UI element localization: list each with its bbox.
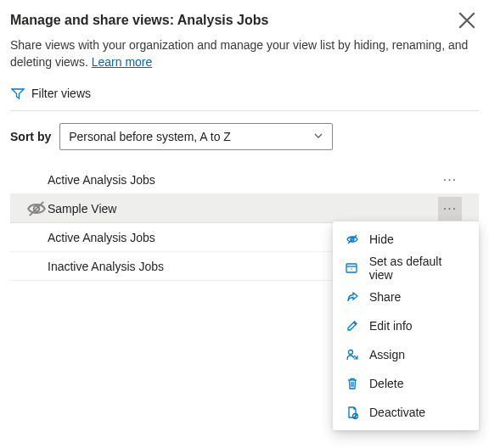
- menu-item-deactivate[interactable]: Deactivate: [333, 398, 479, 427]
- menu-item-delete[interactable]: Delete: [333, 369, 479, 398]
- delete-icon: [345, 377, 359, 391]
- dialog-title: Manage and share views: Analysis Jobs: [10, 13, 268, 28]
- menu-item-label: Share: [369, 290, 401, 304]
- hidden-icon: [25, 198, 48, 220]
- description-text: Share views with your organization and m…: [10, 38, 468, 69]
- sort-by-select[interactable]: Personal before system, A to Z: [59, 123, 333, 150]
- learn-more-link[interactable]: Learn more: [92, 55, 153, 69]
- deactivate-icon: [345, 406, 359, 420]
- view-name: Sample View: [48, 202, 433, 216]
- view-name: Active Analysis Jobs: [48, 173, 433, 187]
- menu-item-share[interactable]: Share: [333, 283, 479, 311]
- menu-item-label: Edit info: [369, 319, 413, 333]
- menu-item-label: Set as default view: [369, 255, 467, 282]
- view-row[interactable]: Active Analysis Jobs ···: [10, 165, 479, 194]
- menu-item-label: Deactivate: [369, 406, 425, 419]
- share-icon: [345, 290, 359, 305]
- menu-item-assign[interactable]: Assign: [333, 340, 479, 369]
- svg-point-5: [348, 350, 352, 355]
- context-menu: Hide Set as default view Share Edit info…: [333, 221, 479, 430]
- sort-selected-value: Personal before system, A to Z: [69, 130, 231, 143]
- filter-label: Filter views: [31, 87, 91, 100]
- sort-by-label: Sort by: [10, 130, 51, 143]
- edit-icon: [345, 319, 359, 333]
- chevron-down-icon: [313, 130, 323, 143]
- assign-icon: [345, 348, 359, 362]
- menu-item-label: Hide: [369, 232, 394, 246]
- dialog-description: Share views with your organization and m…: [10, 37, 479, 70]
- menu-item-label: Assign: [369, 348, 405, 361]
- hide-icon: [345, 232, 359, 247]
- menu-item-edit[interactable]: Edit info: [333, 311, 479, 340]
- menu-item-label: Delete: [369, 377, 403, 390]
- default-icon: [345, 261, 359, 276]
- filter-views-button[interactable]: Filter views: [10, 86, 479, 111]
- filter-icon: [10, 86, 25, 100]
- view-row[interactable]: Sample View ···: [10, 194, 479, 223]
- close-button[interactable]: [455, 8, 479, 32]
- menu-item-set-default[interactable]: Set as default view: [333, 254, 479, 283]
- row-more-button[interactable]: ···: [438, 168, 462, 192]
- menu-item-hide[interactable]: Hide: [333, 225, 479, 254]
- row-more-button[interactable]: ···: [438, 197, 462, 221]
